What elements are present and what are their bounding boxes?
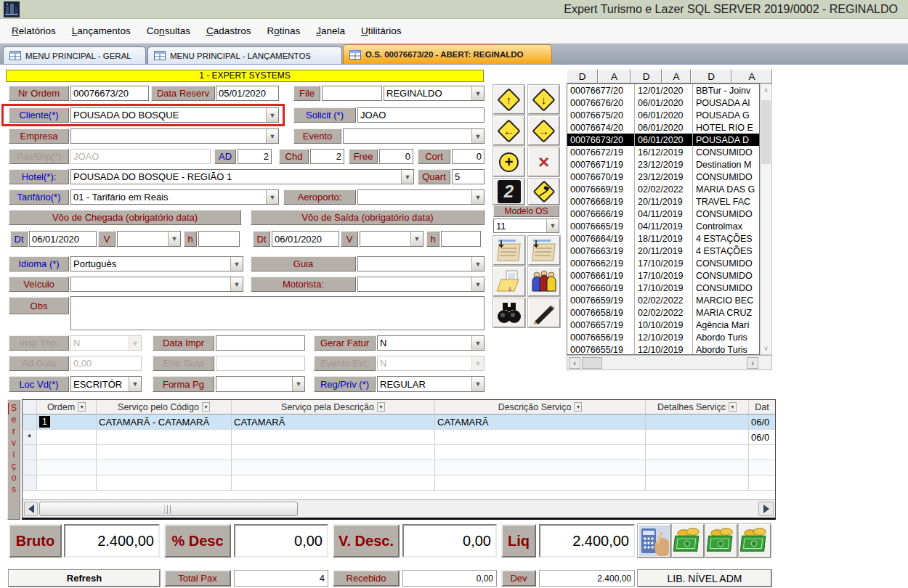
solicit-input[interactable]: JOAO: [357, 107, 485, 123]
order-row[interactable]: 00076657/19 10/10/2019 Agência Marí: [567, 319, 759, 331]
chd-input[interactable]: 2: [310, 149, 344, 164]
payment-money-button-1[interactable]: [672, 524, 704, 558]
order-row[interactable]: 00076677/20 12/01/2020 BBTur - Joinv: [567, 84, 759, 97]
chegada-dt-input[interactable]: 06/01/2020: [29, 231, 97, 247]
free-input[interactable]: 0: [379, 149, 413, 164]
menu-item[interactable]: Consultas: [141, 23, 196, 39]
nav-up-button[interactable]: ↑: [493, 85, 524, 114]
scroll-down-icon[interactable]: ∨: [761, 345, 771, 352]
order-row[interactable]: 00076670/19 23/12/2019 CONSUMIDO: [567, 171, 759, 183]
menu-item[interactable]: Cadastros: [200, 23, 257, 39]
loc-vd-combo[interactable]: ESCRITÓR▼: [70, 376, 142, 392]
print-os-button[interactable]: [493, 236, 525, 265]
grid-scroll-right-button[interactable]: [758, 502, 774, 516]
saida-dt-input[interactable]: 06/01/2020: [272, 231, 339, 247]
orders-hscrollbar[interactable]: ‹ ›: [567, 355, 772, 370]
tab-menu-principal-geral[interactable]: MENU PRINCIPAL - GERAL: [3, 46, 146, 64]
orders-vscrollbar[interactable]: ∧ ∨: [760, 83, 772, 355]
order-row[interactable]: 00076666/19 04/11/2019 CONSUMIDO: [567, 208, 759, 220]
service-detalhes[interactable]: [646, 430, 749, 444]
saida-hora-input[interactable]: [441, 231, 481, 247]
order-row[interactable]: 00076662/19 17/10/2019 CONSUMIDO: [567, 257, 759, 269]
transfer-button[interactable]: [528, 179, 559, 205]
pct-desc-value[interactable]: 0,00: [234, 524, 328, 558]
data-impr-input[interactable]: [216, 335, 305, 351]
add-os-button[interactable]: +: [493, 147, 524, 176]
header-data[interactable]: Dat: [749, 400, 775, 414]
menu-item[interactable]: Relatórios: [6, 23, 62, 39]
evento-combo[interactable]: ▼: [343, 128, 485, 144]
chevron-down-icon[interactable]: ▼: [292, 377, 304, 391]
refresh-button[interactable]: Refresh: [9, 570, 160, 587]
chevron-down-icon[interactable]: ▼: [129, 377, 141, 391]
order-row[interactable]: 00076665/19 04/11/2019 Controlmax: [567, 220, 759, 232]
service-codigo[interactable]: [97, 430, 232, 444]
delete-os-button[interactable]: ×: [528, 147, 559, 176]
ad-input[interactable]: 2: [238, 149, 272, 164]
v-desc-value[interactable]: 0,00: [402, 524, 497, 558]
forma-pg-combo[interactable]: ▼: [216, 376, 305, 392]
service-ordem[interactable]: [37, 430, 97, 444]
file-input[interactable]: [322, 86, 382, 101]
open-folder-button[interactable]: [493, 267, 525, 296]
order-row[interactable]: 00076671/19 23/12/2019 Destination M: [567, 158, 759, 171]
orders-header-a3[interactable]: A: [731, 69, 772, 83]
scroll-up-icon[interactable]: ∧: [761, 86, 771, 94]
chevron-down-icon[interactable]: ▼: [471, 257, 484, 271]
chevron-down-icon[interactable]: ▼: [401, 170, 413, 184]
orders-hscroll-thumb[interactable]: [582, 357, 602, 369]
tarifario-combo[interactable]: 01 - Tarifário em Reais▼: [70, 189, 279, 205]
scroll-right-icon[interactable]: ›: [747, 357, 758, 369]
order-row[interactable]: 00076674/20 06/01/2020 HOTEL RIO E: [567, 121, 759, 134]
order-row[interactable]: 00076660/19 17/10/2019 CONSUMIDO: [567, 282, 759, 294]
orders-vscroll-thumb[interactable]: [761, 100, 771, 164]
order-row[interactable]: 00076656/19 12/10/2019 Abordo Turis: [567, 331, 759, 343]
orders-header-a2[interactable]: A: [662, 69, 691, 83]
services-hscrollbar[interactable]: [23, 499, 775, 518]
nr-ordem-input[interactable]: 00076673/20: [70, 86, 149, 101]
service-data[interactable]: 06/0: [749, 430, 775, 444]
gerar-fatur-combo[interactable]: N▼: [377, 335, 485, 351]
service-codigo[interactable]: CATAMARÃ - CATAMARÃ: [97, 415, 232, 429]
motorista-combo[interactable]: ▼: [357, 277, 485, 292]
orders-header-d1[interactable]: D: [567, 69, 598, 83]
service-descricao[interactable]: [232, 430, 435, 444]
obs-textarea[interactable]: [70, 296, 485, 330]
header-servico-descricao[interactable]: Serviço pela Descrição▼: [232, 400, 435, 414]
order-row[interactable]: 00076669/19 02/02/2022 MARIA DAS G: [567, 183, 759, 195]
chevron-down-icon[interactable]: ▼: [471, 86, 484, 100]
orders-header-a1[interactable]: A: [598, 69, 631, 83]
header-servico-codigo[interactable]: Serviço pelo Código▼: [97, 400, 232, 414]
payment-money-button-3[interactable]: [739, 524, 771, 558]
chegada-voo-combo[interactable]: ▼: [117, 231, 181, 247]
abert-user-combo[interactable]: REGINALDO▼: [384, 86, 485, 101]
search-os-button[interactable]: [493, 298, 525, 327]
order-row[interactable]: 00076664/19 18/11/2019 4 ESTAÇÕES: [567, 232, 759, 245]
order-row[interactable]: 00076668/19 20/11/2019 TRAVEL FAC: [567, 195, 759, 208]
sort-arrow-icon[interactable]: ▼: [574, 402, 582, 412]
print-voucher-button[interactable]: [528, 236, 560, 265]
service-ordem[interactable]: 1: [37, 415, 97, 429]
chevron-down-icon[interactable]: ▼: [230, 257, 243, 271]
cliente-combo[interactable]: POUSADA DO BOSQUE▼: [70, 107, 279, 123]
aeroporto-combo[interactable]: ▼: [357, 189, 485, 205]
chevron-down-icon[interactable]: ▼: [266, 129, 278, 143]
chevron-down-icon[interactable]: ▼: [230, 277, 243, 291]
nav-next-button[interactable]: →: [528, 116, 559, 145]
service-row[interactable]: 1 CATAMARÃ - CATAMARÃ CATAMARÃ CATAMARÃ …: [23, 415, 775, 430]
sign-os-button[interactable]: [528, 298, 560, 327]
chevron-down-icon[interactable]: ▼: [546, 219, 559, 232]
menu-item[interactable]: Utilitários: [355, 23, 408, 39]
calc-payment-button[interactable]: [638, 524, 670, 558]
order-row[interactable]: 00076672/19 16/12/2019 CONSUMIDO: [567, 146, 759, 158]
header-ordem[interactable]: Ordem▼: [37, 400, 97, 414]
grid-scroll-left-button[interactable]: [24, 502, 38, 516]
nav-prev-button[interactable]: ←: [493, 116, 524, 145]
chegada-hora-input[interactable]: [198, 231, 240, 247]
nav-down-button[interactable]: ↓: [528, 85, 559, 114]
chevron-down-icon[interactable]: ▼: [471, 129, 484, 143]
second-via-button[interactable]: 2: [493, 179, 524, 205]
payment-money-button-2[interactable]: [705, 524, 737, 558]
order-row[interactable]: 00076675/20 06/01/2020 POUSADA G: [567, 109, 759, 121]
idioma-combo[interactable]: Português▼: [70, 256, 243, 271]
